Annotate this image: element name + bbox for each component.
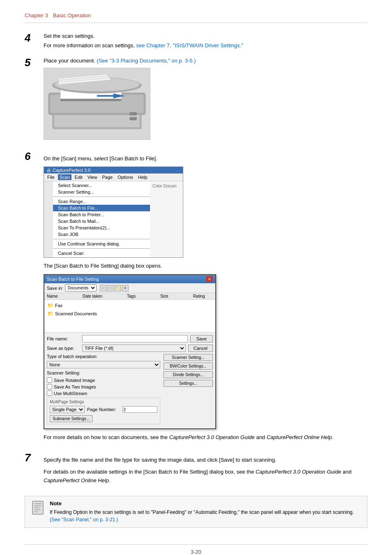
toolbar-up-icon[interactable]: ↑ <box>107 285 114 291</box>
menu-item-scanner-setting[interactable]: Scanner Setting... <box>53 189 150 195</box>
checkbox-rotated-label: Save Rotated Image <box>54 378 95 383</box>
cancel-button[interactable]: Cancel <box>188 345 213 352</box>
svg-rect-12 <box>129 117 137 120</box>
savetype-select[interactable]: TIFF File (*.tif) <box>82 345 186 352</box>
toolbar-icons: ← ↑ 📁 ≡ <box>100 285 129 291</box>
col-rating: Rating <box>193 294 205 298</box>
app-icon: 🖨 <box>46 168 51 173</box>
note-link[interactable]: (See "Scan Panel," on p. 3-21.) <box>50 517 118 523</box>
step-5-title: Place your document. (See "3-3 Placing D… <box>44 58 367 64</box>
bwcolor-settings-btn[interactable]: BW/Color Settings... <box>164 363 213 370</box>
step-4-title: Set the scan settings. <box>44 33 367 39</box>
menu-help[interactable]: Help <box>136 174 149 180</box>
multipage-select[interactable]: Single Page <box>50 406 85 413</box>
savetype-row: Save as type: TIFF File (*.tif) Cancel <box>47 345 213 352</box>
folder-icon-fax: 📁 <box>47 302 53 309</box>
save-in-select[interactable]: Documents <box>65 284 97 291</box>
checkbox-rotated-input[interactable] <box>47 377 52 383</box>
checkbox-multistream-label: Use MultiStream <box>54 391 87 396</box>
step-7-desc: Specify the file name and the file type … <box>44 456 367 465</box>
step-6-italic2: CapturePerfect Online Help <box>267 434 332 440</box>
dialog-bottom: File name: Save Save as type: TIFF File … <box>44 333 215 428</box>
toolbar-newfolder-icon[interactable]: 📁 <box>115 285 121 291</box>
page: Chapter 3 Basic Operation 4 Set the scan… <box>0 0 392 555</box>
menu-view[interactable]: View <box>86 174 99 180</box>
checkbox-two-images-input[interactable] <box>47 384 52 389</box>
col-name: Name <box>47 294 58 298</box>
page-footer: 3-20 <box>25 544 367 555</box>
menu-edit[interactable]: Edit <box>73 174 84 180</box>
step-7-content: Specify the file name and the file type … <box>44 453 367 488</box>
subname-settings-btn[interactable]: Subname Settings... <box>50 415 92 422</box>
menu-item-scan-batch-mail[interactable]: Scan Batch to Mail... <box>53 218 150 224</box>
step-5: 5 Place your document. (See "3-3 Placing… <box>25 58 367 144</box>
menu-item-cancel-scan[interactable]: Cancel Scan <box>53 250 150 257</box>
note-title: Note <box>50 500 361 506</box>
col-date: Date taken <box>83 294 102 298</box>
menu-title-bar: 🖨 CapturePerfect 3.0 <box>44 167 183 173</box>
dialog-two-col: Type of batch separation: None Scanner S… <box>47 354 213 426</box>
step-7: 7 Specify the file name and the file typ… <box>25 453 367 488</box>
page-number-input[interactable] <box>122 406 157 413</box>
svg-rect-19 <box>34 505 42 506</box>
page-number-label: Page Number: <box>87 407 120 412</box>
page-number: 3-20 <box>191 549 201 555</box>
file-item-scanned-docs[interactable]: 📁 Scanned Documents <box>47 310 213 318</box>
breadcrumb: Chapter 3 Basic Operation <box>25 12 367 23</box>
scanner-setting-label: Scanner Setting: <box>47 370 80 375</box>
multipage-section: MultiPage Settings Single Page Page Numb… <box>47 398 160 424</box>
menu-scan[interactable]: Scan <box>58 174 71 180</box>
dialog-close-button[interactable]: ✕ <box>206 276 213 282</box>
multipage-section-title: MultiPage Settings <box>50 400 157 404</box>
scanner-setting-btn[interactable]: Scanner Setting... <box>164 354 213 361</box>
note-text: If Feeding Option in the scan settings i… <box>50 509 361 523</box>
dialog-title-text: Scan Batch to File Setting <box>47 277 99 282</box>
multipage-row: Single Page Page Number: <box>50 406 157 413</box>
step-4-link[interactable]: see Chapter 7, "ISIS/TWAIN Driver Settin… <box>136 42 243 49</box>
note-icon <box>31 500 44 518</box>
menu-page[interactable]: Page <box>100 174 114 180</box>
col-size: Size <box>160 294 168 298</box>
step-6-italic1: CapturePerfect 3.0 Operation Guide <box>169 434 255 440</box>
menu-item-scan-presentation[interactable]: Scan To Presentation(2)... <box>53 224 150 231</box>
checkbox-multistream-input[interactable] <box>47 391 52 396</box>
divide-settings-btn[interactable]: Divide Settings... <box>164 371 213 378</box>
step-4: 4 Set the scan settings. For more inform… <box>25 33 367 50</box>
breadcrumb-title: Basic Operation <box>53 12 91 18</box>
toolbar-view-icon[interactable]: ≡ <box>122 285 129 291</box>
dialog-toolbar: Save in: Documents ← ↑ 📁 ≡ <box>44 283 215 293</box>
settings-btn[interactable]: Settings... <box>164 380 213 387</box>
menu-items-list: Select Scanner... Scanner Setting... Sca… <box>53 181 150 257</box>
scanner-image <box>44 68 150 140</box>
menu-item-scan-range[interactable]: Scan Range... <box>53 198 150 205</box>
step-5-number: 5 <box>25 57 37 69</box>
menu-sep-3 <box>53 248 150 249</box>
menu-sep-2 <box>53 239 150 239</box>
step-5-content: Place your document. (See "3-3 Placing D… <box>44 58 367 144</box>
step-6: 6 On the [Scan] menu, select [Scan Batch… <box>25 151 367 445</box>
menu-file[interactable]: File <box>46 174 56 180</box>
toolbar-back-icon[interactable]: ← <box>100 285 106 291</box>
menu-item-select-scanner[interactable]: Select Scanner... <box>53 182 150 189</box>
scan-batch-dialog: Scan Batch to File Setting ✕ Save in: Do… <box>44 274 216 429</box>
save-button[interactable]: Save <box>190 335 213 342</box>
step-5-link[interactable]: (See "3-3 Placing Documents," on p. 3-5.… <box>97 58 196 64</box>
file-item-fax[interactable]: 📁 Fax <box>47 301 213 310</box>
svg-rect-20 <box>34 507 40 508</box>
scanner-setting-row: Scanner Setting: <box>47 370 160 375</box>
dialog-file-list: 📁 Fax 📁 Scanned Documents <box>44 300 215 333</box>
batch-select[interactable]: None <box>47 361 160 368</box>
menu-options[interactable]: Options <box>116 174 135 180</box>
dialog-right-col: Scanner Setting... BW/Color Settings... … <box>164 354 213 426</box>
menu-item-continue-scanning[interactable]: Use Continue Scanning dialog. <box>53 240 150 247</box>
menu-left-strip <box>44 181 53 257</box>
breadcrumb-chapter: Chapter 3 <box>25 12 48 18</box>
svg-rect-22 <box>34 511 38 512</box>
menu-item-scan-batch-file[interactable]: Scan Batch to File... <box>53 205 150 211</box>
step-7-detail: For details on the available settings in… <box>44 468 367 485</box>
step-4-content: Set the scan settings. For more informat… <box>44 33 367 50</box>
menu-item-scan-job[interactable]: Scan JOB <box>53 231 150 238</box>
filename-input[interactable] <box>82 335 188 342</box>
menu-item-scan-batch-printer[interactable]: Scan Batch to Printer... <box>53 211 150 218</box>
svg-rect-8 <box>97 95 114 97</box>
